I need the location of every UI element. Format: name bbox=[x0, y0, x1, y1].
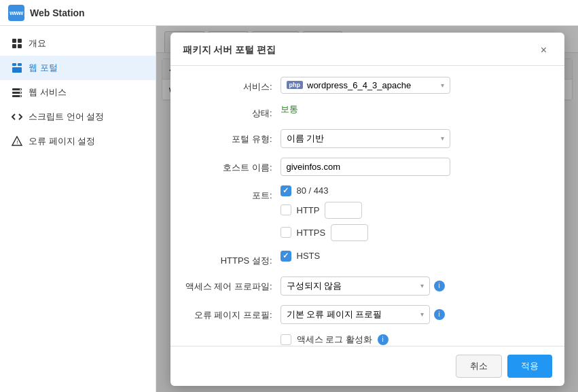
dialog-body: 서비스: php wordpress_6_4_3_apache ▾ bbox=[170, 66, 564, 346]
hsts-option: HSTS bbox=[281, 251, 321, 262]
app-icon: www bbox=[8, 5, 24, 21]
port-label: 포트: bbox=[184, 185, 272, 202]
access-log-option: 액세스 로그 활성화 i bbox=[281, 334, 389, 346]
edit-dialog: 패키지 서버 포털 편집 × 서비스: php wordpress_6_4_3_… bbox=[170, 33, 564, 386]
apply-button[interactable]: 적용 bbox=[507, 355, 552, 378]
grid-icon bbox=[11, 37, 23, 50]
hsts-checkbox[interactable] bbox=[281, 251, 291, 262]
code-icon bbox=[11, 111, 23, 123]
hostname-control bbox=[281, 158, 551, 176]
sidebar-item-script-lang[interactable]: 스크립트 언어 설정 bbox=[0, 105, 156, 129]
sidebar-label-overview: 개요 bbox=[29, 37, 46, 50]
service-dropdown-icon: ▾ bbox=[441, 82, 444, 89]
error-page-select[interactable]: 기본 오류 페이지 프로필 ▾ bbox=[281, 305, 430, 324]
service-value: wordpress_6_4_3_apache bbox=[307, 80, 411, 90]
svg-rect-0 bbox=[12, 39, 16, 43]
service-control: php wordpress_6_4_3_apache ▾ bbox=[281, 77, 551, 94]
access-control-row: 액세스 제어 프로파일: 구성되지 않음 ▾ i bbox=[184, 277, 551, 296]
sidebar-label-error-page: 오류 페이지 설정 bbox=[29, 135, 95, 147]
port-option-80-443: 80 / 443 bbox=[281, 185, 329, 196]
access-log-info-icon[interactable]: i bbox=[378, 334, 389, 345]
svg-rect-4 bbox=[12, 63, 16, 66]
dialog-header: 패키지 서버 포털 편집 × bbox=[170, 33, 564, 66]
error-page-info-icon[interactable]: i bbox=[434, 309, 445, 320]
access-log-label: 액세스 로그 활성화 bbox=[297, 334, 372, 346]
portal-type-value: 이름 기반 bbox=[287, 132, 325, 145]
access-control-control: 구성되지 않음 ▾ i bbox=[281, 277, 551, 296]
error-page-arrow-icon: ▾ bbox=[420, 310, 424, 318]
https-row: HTTPS 설정: HSTS bbox=[184, 251, 551, 267]
dialog-footer: 취소 적용 bbox=[170, 346, 564, 386]
service-row: 서비스: php wordpress_6_4_3_apache ▾ bbox=[184, 77, 551, 94]
svg-point-12 bbox=[20, 96, 21, 97]
error-page-label: 오류 페이지 프로필: bbox=[184, 305, 272, 321]
cancel-button[interactable]: 취소 bbox=[456, 355, 502, 378]
error-page-value: 기본 오류 페이지 프로필 bbox=[287, 308, 382, 321]
error-page-control: 기본 오류 페이지 프로필 ▾ i bbox=[281, 305, 551, 324]
status-value: 보통 bbox=[281, 103, 298, 115]
svg-rect-1 bbox=[18, 39, 22, 43]
service-icon bbox=[11, 86, 23, 99]
port-control: 80 / 443 HTTP HTTPS bbox=[281, 185, 551, 241]
portal-type-arrow-icon: ▾ bbox=[441, 135, 444, 142]
port-80-443-label: 80 / 443 bbox=[297, 185, 329, 196]
access-control-label: 액세스 제어 프로파일: bbox=[184, 277, 272, 293]
hostname-label: 호스트 이름: bbox=[184, 158, 272, 174]
service-label: 서비스: bbox=[184, 77, 272, 93]
hsts-label: HSTS bbox=[297, 251, 321, 261]
portal-type-row: 포털 유형: 이름 기반 ▾ bbox=[184, 129, 551, 148]
access-control-info-icon[interactable]: i bbox=[434, 281, 445, 291]
access-control-value: 구성되지 않음 bbox=[287, 280, 342, 292]
warning-icon: ! bbox=[11, 135, 23, 147]
access-log-control: 액세스 로그 활성화 i bbox=[281, 334, 551, 346]
dialog-title: 패키지 서버 포털 편집 bbox=[183, 44, 276, 56]
sidebar-label-web-service: 웹 서비스 bbox=[29, 86, 67, 99]
sidebar-label-script-lang: 스크립트 언어 설정 bbox=[29, 111, 104, 123]
svg-text:!: ! bbox=[16, 139, 18, 145]
hostname-row: 호스트 이름: bbox=[184, 158, 551, 176]
access-log-checkbox[interactable] bbox=[281, 334, 291, 345]
svg-rect-3 bbox=[18, 44, 22, 48]
status-label: 상태: bbox=[184, 103, 272, 120]
service-select[interactable]: php wordpress_6_4_3_apache ▾ bbox=[281, 77, 450, 94]
portal-icon bbox=[11, 62, 23, 74]
status-control: 보통 bbox=[281, 103, 551, 115]
main-layout: 개요 웹 포털 bbox=[0, 26, 578, 392]
port-https-checkbox[interactable] bbox=[281, 227, 291, 238]
access-log-row: 액세스 로그 활성화 i bbox=[184, 334, 551, 346]
php-badge: php bbox=[287, 81, 304, 89]
port-http-checkbox[interactable] bbox=[281, 204, 291, 215]
svg-rect-6 bbox=[12, 67, 22, 73]
https-label: HTTPS 설정: bbox=[184, 251, 272, 267]
status-row: 상태: 보통 bbox=[184, 103, 551, 120]
svg-point-11 bbox=[20, 92, 21, 94]
sidebar: 개요 웹 포털 bbox=[0, 26, 156, 392]
http-port-input[interactable] bbox=[325, 202, 362, 219]
portal-type-control: 이름 기반 ▾ bbox=[281, 129, 551, 148]
sidebar-item-web-portal[interactable]: 웹 포털 bbox=[0, 56, 156, 80]
access-control-select[interactable]: 구성되지 않음 ▾ bbox=[281, 277, 430, 296]
hostname-input[interactable] bbox=[281, 158, 450, 176]
sidebar-item-overview[interactable]: 개요 bbox=[0, 31, 156, 56]
port-https-label: HTTPS bbox=[297, 228, 326, 238]
modal-overlay: 패키지 서버 포털 편집 × 서비스: php wordpress_6_4_3_… bbox=[156, 26, 578, 392]
https-port-input[interactable] bbox=[331, 224, 368, 241]
port-option-http: HTTP bbox=[281, 202, 363, 219]
port-http-label: HTTP bbox=[297, 205, 320, 215]
app-title: Web Station bbox=[30, 7, 85, 18]
content-area: 생성 편집 작업 ▾ 로그 서비스 유형 호스트 이름 포트 상 bbox=[156, 26, 578, 392]
error-page-row: 오류 페이지 프로필: 기본 오류 페이지 프로필 ▾ i bbox=[184, 305, 551, 324]
port-row: 포트: 80 / 443 HTTP bbox=[184, 185, 551, 241]
sidebar-item-web-service[interactable]: 웹 서비스 bbox=[0, 80, 156, 105]
sidebar-item-error-page[interactable]: ! 오류 페이지 설정 bbox=[0, 129, 156, 154]
svg-rect-2 bbox=[12, 44, 16, 48]
port-80-443-checkbox[interactable] bbox=[281, 185, 291, 196]
portal-type-select[interactable]: 이름 기반 ▾ bbox=[281, 129, 450, 148]
close-button[interactable]: × bbox=[536, 42, 552, 58]
svg-rect-5 bbox=[18, 63, 22, 66]
portal-type-label: 포털 유형: bbox=[184, 129, 272, 145]
port-option-https: HTTPS bbox=[281, 224, 369, 241]
https-control: HSTS bbox=[281, 251, 551, 262]
access-control-arrow-icon: ▾ bbox=[420, 282, 424, 289]
svg-point-10 bbox=[20, 89, 21, 90]
